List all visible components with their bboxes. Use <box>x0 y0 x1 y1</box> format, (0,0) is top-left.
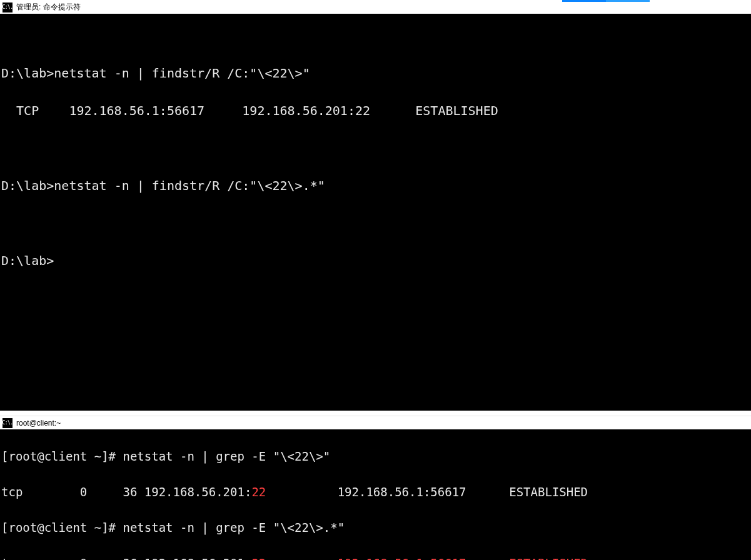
accent-stripe-1 <box>562 0 606 2</box>
cmd-icon: C:\. <box>3 2 13 12</box>
window-ssh: C:\. root@client:~ [root@client ~]# nets… <box>0 416 751 560</box>
accent-stripe-2 <box>606 0 650 2</box>
top-accent-bar <box>0 0 751 2</box>
ssh-output-2: tcp 0 36 192.168.56.201:22 192.168.56.1:… <box>1 554 750 561</box>
netstat-gap <box>266 556 337 561</box>
grep-match-port: 22 <box>251 556 266 561</box>
netstat-proto: tcp 0 36 <box>1 556 144 561</box>
cmd-blank-1 <box>1 139 750 158</box>
netstat-proto: tcp 0 36 <box>1 485 144 499</box>
grep-match-port: 22 <box>251 485 266 499</box>
ssh-prompt: [root@client ~]# <box>1 521 123 534</box>
terminal-ssh[interactable]: [root@client ~]# netstat -n | grep -E "\… <box>0 429 751 560</box>
netstat-local-ip: 192.168.56.201: <box>144 485 252 499</box>
terminal-cmd[interactable]: D:\lab>netstat -n | findstr/R /C:"\<22\>… <box>0 14 751 411</box>
netstat-state: ESTABLISHED <box>415 103 498 118</box>
ssh-icon: C:\. <box>3 418 13 428</box>
ssh-line-1: [root@client ~]# netstat -n | grep -E "\… <box>1 448 750 466</box>
cmd-command: netstat -n | findstr/R /C:"\<22\>" <box>54 66 310 81</box>
ssh-command: netstat -n | grep -E "\<22\>.*" <box>123 521 345 534</box>
netstat-remote: 192.168.56.201:22 <box>242 103 415 118</box>
netstat-state: ESTABLISHED <box>509 485 588 499</box>
netstat-gap <box>266 485 337 499</box>
cmd-line-2: D:\lab>netstat -n | findstr/R /C:"\<22\>… <box>1 176 750 195</box>
ssh-line-2: [root@client ~]# netstat -n | grep -E "\… <box>1 519 750 537</box>
netstat-local: 192.168.56.1:56617 <box>69 103 242 118</box>
ssh-command: netstat -n | grep -E "\<22\>" <box>123 449 330 463</box>
cmd-line-3: D:\lab> <box>1 251 750 270</box>
cmd-prompt: D:\lab> <box>1 66 54 81</box>
cmd-line-1: D:\lab>netstat -n | findstr/R /C:"\<22\>… <box>1 64 750 82</box>
grep-match-remote: 192.168.56.1:56617 <box>338 556 510 561</box>
cmd-prompt: D:\lab> <box>1 253 54 268</box>
window-cmd: C:\. 管理员: 命令提示符 D:\lab>netstat -n | find… <box>0 0 751 411</box>
netstat-remote: 192.168.56.1:56617 <box>338 485 510 499</box>
window-gap <box>0 411 751 416</box>
cmd-output-1: TCP 192.168.56.1:56617 192.168.56.201:22… <box>1 101 750 120</box>
titlebar-ssh-title: root@client:~ <box>16 419 61 428</box>
titlebar-cmd-title: 管理员: 命令提示符 <box>16 2 81 12</box>
cmd-command: netstat -n | findstr/R /C:"\<22\>.*" <box>54 178 325 193</box>
cmd-blank-2 <box>1 214 750 232</box>
cmd-prompt: D:\lab> <box>1 178 54 193</box>
netstat-local-ip: 192.168.56.201: <box>144 556 252 561</box>
grep-match-state: ESTABLISHED <box>509 556 588 561</box>
titlebar-cmd[interactable]: C:\. 管理员: 命令提示符 <box>0 0 751 14</box>
titlebar-ssh[interactable]: C:\. root@client:~ <box>0 416 751 429</box>
ssh-output-1: tcp 0 36 192.168.56.201:22 192.168.56.1:… <box>1 483 750 501</box>
netstat-proto: TCP <box>1 103 69 118</box>
ssh-prompt: [root@client ~]# <box>1 449 123 463</box>
